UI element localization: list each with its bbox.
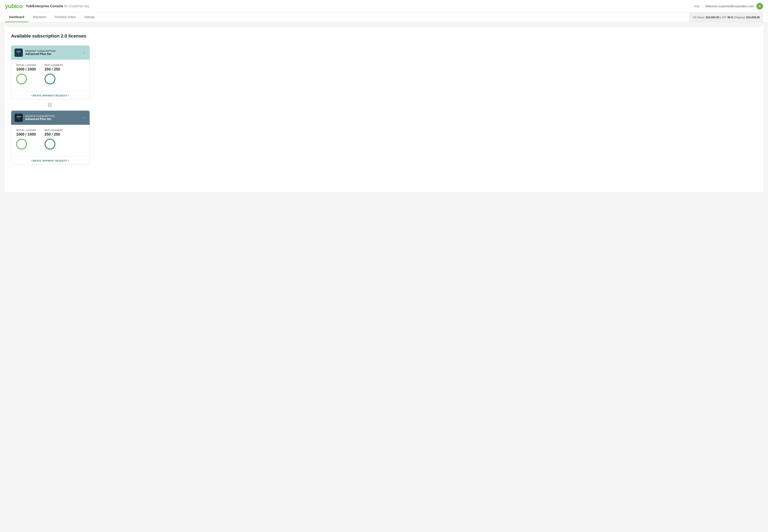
backup-replacement-circle xyxy=(45,139,55,149)
backup-replacement-col: REPLACEMENT 250 / 250 xyxy=(45,129,63,149)
primary-initial-circle xyxy=(16,74,27,84)
primary-initial-license-label: INITIAL LICENSE xyxy=(16,64,36,66)
page-title: Available subscription 2.0 licenses xyxy=(11,33,757,39)
primary-card-body: INITIAL LICENSE 1000 / 1000 REPLACEMENT … xyxy=(11,60,90,91)
primary-sub-tier: Advanced Plus tier xyxy=(25,52,56,56)
primary-license-row: INITIAL LICENSE 1000 / 1000 REPLACEMENT … xyxy=(16,64,85,84)
help-link[interactable]: Help xyxy=(694,5,700,8)
tab-dashboard[interactable]: Dashboard xyxy=(5,12,28,22)
us-taxes-label: US Taxes: xyxy=(693,16,705,19)
primary-subscription-card: ADV + PRIMARY SUBSCRIPTION Advanced Plus… xyxy=(11,45,90,100)
nav: Dashboard Shipments Purchase orders Sett… xyxy=(0,12,768,22)
primary-replacement-circle xyxy=(45,74,55,84)
header: yubico YubiEnterprise Console for Custom… xyxy=(0,0,768,12)
primary-adv-badge: ADV + xyxy=(15,49,23,57)
vat-label: VAT: xyxy=(722,16,727,19)
primary-card-info: PRIMARY SUBSCRIPTION Advanced Plus tier xyxy=(25,50,56,56)
primary-replacement-label: REPLACEMENT xyxy=(45,64,63,66)
tax-bar: US Taxes: $10,000.00 | VAT: $0.0 | Shipp… xyxy=(689,12,763,22)
avatar[interactable]: A xyxy=(756,3,763,10)
tab-settings[interactable]: Settings xyxy=(80,12,99,22)
us-taxes-value: $10,000.00 xyxy=(706,16,719,19)
backup-card-header: ADV + BACKUP SUBSCRIPTION Advanced Plus … xyxy=(11,111,90,125)
primary-replacement-value: 250 / 250 xyxy=(45,67,63,72)
primary-initial-license-col: INITIAL LICENSE 1000 / 1000 xyxy=(16,64,36,84)
backup-chevron-button[interactable]: ‹ xyxy=(82,115,86,120)
console-name: YubiEnterprise Console xyxy=(26,4,63,8)
backup-badge-text: ADV xyxy=(17,116,21,118)
backup-create-shipment-link[interactable]: CREATE SHIPMENT REQUEST > xyxy=(32,159,69,162)
backup-card-info: BACKUP SUBSCRIPTION Advanced Plus tier xyxy=(25,115,55,121)
primary-card-header-left: ADV + PRIMARY SUBSCRIPTION Advanced Plus… xyxy=(15,49,56,57)
backup-adv-badge: ADV + xyxy=(15,114,23,122)
primary-chevron-button[interactable]: ‹ xyxy=(82,50,86,55)
primary-badge-plus: + xyxy=(18,53,19,55)
primary-replacement-col: REPLACEMENT 250 / 250 xyxy=(45,64,63,84)
backup-sub-tier: Advanced Plus tier xyxy=(25,117,55,121)
console-title: YubiEnterprise Console for Customer org xyxy=(26,4,89,8)
backup-subscription-card: ADV + BACKUP SUBSCRIPTION Advanced Plus … xyxy=(11,111,90,165)
console-for: for Customer org xyxy=(64,4,89,8)
backup-badge-plus: + xyxy=(18,118,19,120)
tab-purchase-orders[interactable]: Purchase orders xyxy=(50,12,80,22)
nav-tabs: Dashboard Shipments Purchase orders Sett… xyxy=(5,12,99,22)
yubico-logo: yubico xyxy=(5,3,22,10)
chain-icon: ⛓ xyxy=(47,102,52,108)
shipping-label: Shipping: xyxy=(734,16,745,19)
vat-value: $0.0 xyxy=(728,16,733,19)
primary-card-footer: CREATE SHIPMENT REQUEST > xyxy=(11,91,90,100)
primary-sub-type: PRIMARY SUBSCRIPTION xyxy=(25,50,56,52)
backup-replacement-label: REPLACEMENT xyxy=(45,129,63,131)
chain-link-connector: ⛓ xyxy=(11,102,757,108)
shipping-value: $10,000.00 xyxy=(746,16,760,19)
backup-initial-license-value: 1000 / 1000 xyxy=(16,132,36,137)
backup-initial-license-label: INITIAL LICENSE xyxy=(16,129,36,131)
primary-create-shipment-link[interactable]: CREATE SHIPMENT REQUEST > xyxy=(32,94,69,97)
backup-initial-circle xyxy=(16,139,27,149)
primary-initial-license-value: 1000 / 1000 xyxy=(16,67,36,72)
backup-sub-type: BACKUP SUBSCRIPTION xyxy=(25,115,55,117)
primary-badge-text: ADV xyxy=(17,51,21,53)
backup-initial-license-col: INITIAL LICENSE 1000 / 1000 xyxy=(16,129,36,149)
main-content: Available subscription 2.0 licenses ADV … xyxy=(4,27,764,192)
header-right: Help | Welcome customer@corporation.com … xyxy=(694,3,763,10)
primary-card-header: ADV + PRIMARY SUBSCRIPTION Advanced Plus… xyxy=(11,46,90,60)
backup-license-row: INITIAL LICENSE 1000 / 1000 REPLACEMENT … xyxy=(16,129,85,149)
backup-card-footer: CREATE SHIPMENT REQUEST > xyxy=(11,156,90,165)
backup-card-header-left: ADV + BACKUP SUBSCRIPTION Advanced Plus … xyxy=(15,114,55,122)
header-left: yubico YubiEnterprise Console for Custom… xyxy=(5,3,89,10)
header-divider: | xyxy=(702,5,703,8)
backup-card-body: INITIAL LICENSE 1000 / 1000 REPLACEMENT … xyxy=(11,125,90,156)
backup-replacement-value: 250 / 250 xyxy=(45,132,63,137)
tab-shipments[interactable]: Shipments xyxy=(28,12,50,22)
welcome-text: Welcome customer@corporation.com xyxy=(705,5,754,8)
